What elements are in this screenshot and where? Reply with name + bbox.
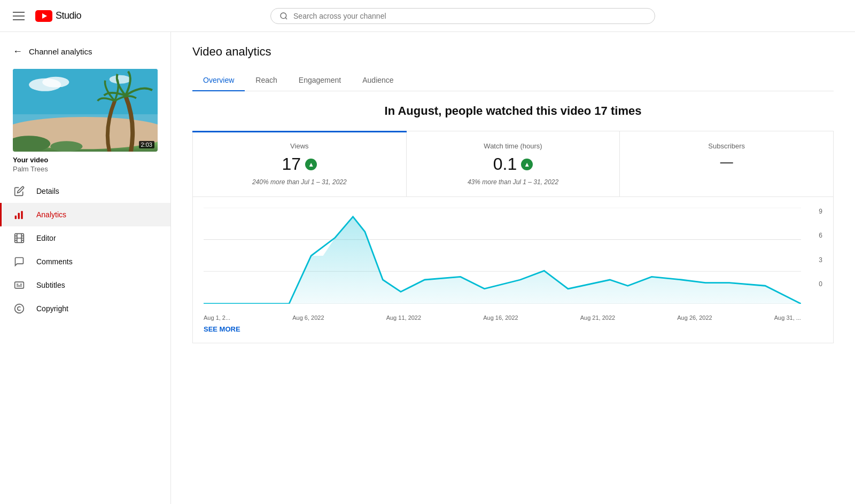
main-content: Video analytics Overview Reach Engagemen… (171, 32, 855, 504)
copyright-icon (13, 302, 26, 315)
thumbnail-scene (13, 69, 158, 152)
y-label-6: 6 (819, 232, 822, 239)
trend-up-icon: ▲ (305, 159, 317, 170)
sidebar-item-copyright[interactable]: Copyright (0, 297, 170, 320)
y-label-9: 9 (819, 208, 822, 215)
video-duration: 2:03 (139, 141, 154, 148)
chart-area: 9 6 3 0 (204, 208, 822, 304)
video-thumbnail-section: 2:03 Your video Palm Trees (0, 62, 170, 179)
stat-value-watchtime: 0.1 ▲ (419, 154, 607, 174)
stat-card-watchtime[interactable]: Watch time (hours) 0.1 ▲ 43% more than J… (407, 131, 620, 196)
search-icon (279, 12, 288, 20)
x-label-4: Aug 21, 2022 (580, 314, 615, 321)
sidebar-item-comments[interactable]: Comments (0, 250, 170, 273)
hamburger-menu-button[interactable] (11, 10, 27, 22)
youtube-icon (35, 10, 52, 22)
stat-value-subscribers: — (633, 154, 820, 169)
tab-overview[interactable]: Overview (192, 69, 245, 91)
x-label-2: Aug 11, 2022 (386, 314, 421, 321)
sidebar-item-analytics[interactable]: Analytics (0, 203, 170, 226)
svg-point-7 (42, 77, 69, 88)
pencil-icon (13, 185, 26, 198)
sidebar-item-editor[interactable]: Editor (0, 226, 170, 250)
header: Studio (0, 0, 855, 32)
x-label-0: Aug 1, 2... (204, 314, 230, 321)
stat-value-views: 17 ▲ (206, 154, 393, 174)
your-video-label: Your video (13, 156, 158, 164)
logo[interactable]: Studio (35, 10, 81, 22)
stat-label-watchtime: Watch time (hours) (419, 142, 607, 150)
x-label-1: Aug 6, 2022 (292, 314, 324, 321)
watchtime-number: 0.1 (493, 154, 517, 174)
sidebar-item-label: Comments (36, 257, 73, 266)
search-input-wrapper[interactable] (270, 8, 655, 24)
trend-up-icon-2: ▲ (521, 159, 533, 170)
studio-label: Studio (56, 10, 81, 21)
x-label-6: Aug 31, ... (774, 314, 801, 321)
sidebar-item-label: Subtitles (36, 281, 65, 289)
x-label-3: Aug 16, 2022 (483, 314, 518, 321)
subscribers-dash: — (720, 154, 733, 169)
back-label: Channel analytics (29, 47, 92, 56)
tab-reach[interactable]: Reach (245, 69, 287, 91)
svg-point-16 (15, 304, 24, 313)
tab-audience[interactable]: Audience (352, 69, 404, 91)
stat-label-subscribers: Subscribers (633, 142, 820, 150)
comment-icon (13, 255, 26, 268)
chart-x-labels: Aug 1, 2... Aug 6, 2022 Aug 11, 2022 Aug… (204, 314, 801, 321)
sidebar-item-label: Editor (36, 234, 56, 242)
x-label-5: Aug 26, 2022 (677, 314, 712, 321)
sidebar-item-details[interactable]: Details (0, 179, 170, 203)
page-title: Video analytics (192, 45, 834, 59)
views-number: 17 (282, 154, 301, 174)
y-label-0: 0 (819, 280, 822, 288)
sidebar-item-label: Details (36, 187, 59, 195)
chart-container: 9 6 3 0 Aug 1, 2... Aug 6, 2022 Aug 11, … (192, 196, 834, 343)
svg-rect-13 (21, 211, 22, 219)
sidebar-item-label: Analytics (36, 210, 66, 219)
search-bar (270, 8, 655, 24)
back-button[interactable]: ← Channel analytics (0, 41, 170, 62)
tab-engagement[interactable]: Engagement (288, 69, 352, 91)
see-more-button[interactable]: SEE MORE (204, 321, 822, 337)
summary-text: In August, people watched this video 17 … (192, 104, 834, 118)
stat-label-views: Views (206, 142, 393, 150)
stat-compare-views: 240% more than Jul 1 – 31, 2022 (206, 178, 393, 186)
stat-compare-watchtime: 43% more than Jul 1 – 31, 2022 (419, 178, 607, 186)
svg-rect-12 (18, 213, 20, 219)
bar-chart-icon (13, 208, 26, 221)
sidebar: ← Channel analytics (0, 32, 171, 504)
svg-point-8 (110, 75, 131, 84)
search-input[interactable] (293, 12, 646, 20)
y-label-3: 3 (819, 256, 822, 264)
stats-row: Views 17 ▲ 240% more than Jul 1 – 31, 20… (192, 131, 834, 196)
chart-fill (204, 217, 801, 304)
svg-rect-15 (15, 282, 24, 288)
sidebar-item-label: Copyright (36, 304, 68, 313)
video-thumbnail[interactable]: 2:03 (13, 69, 158, 152)
svg-point-2 (281, 13, 286, 19)
stat-card-subscribers[interactable]: Subscribers — (620, 131, 833, 196)
svg-rect-11 (15, 216, 17, 219)
chart-svg (204, 208, 801, 304)
sidebar-nav: Details Analytics (0, 179, 170, 320)
sidebar-item-subtitles[interactable]: Subtitles (0, 273, 170, 297)
svg-point-10 (50, 141, 82, 152)
tabs: Overview Reach Engagement Audience (192, 69, 834, 91)
layout: ← Channel analytics (0, 32, 855, 504)
subtitles-icon (13, 279, 26, 292)
header-left: Studio (11, 10, 81, 22)
chart-y-labels: 9 6 3 0 (806, 208, 822, 288)
back-arrow-icon: ← (13, 46, 22, 57)
video-title: Palm Trees (13, 165, 158, 173)
film-icon (13, 232, 26, 245)
stat-card-views[interactable]: Views 17 ▲ 240% more than Jul 1 – 31, 20… (193, 131, 407, 196)
